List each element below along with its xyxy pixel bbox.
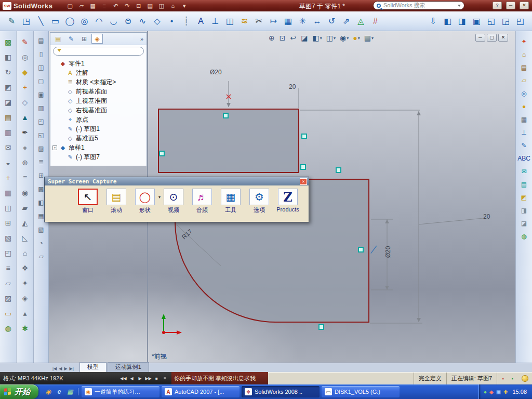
tree-filter-box[interactable]	[53, 47, 144, 56]
tool-icon[interactable]: +	[19, 82, 31, 93]
tool-icon[interactable]: ❖	[19, 262, 31, 274]
measure-icon[interactable]: ◍	[518, 231, 530, 242]
view-orientation-icon[interactable]: ◧▾	[311, 33, 323, 43]
note-icon[interactable]: ✉	[518, 166, 530, 177]
tool-icon[interactable]: ◔	[36, 238, 46, 248]
rotate-entities-icon[interactable]: ↺	[325, 14, 338, 28]
sketch-relation-marker[interactable]	[336, 167, 341, 173]
tool-icon[interactable]: ✒	[19, 127, 31, 138]
configurationmanager-tab[interactable]: ⊞	[78, 34, 90, 44]
view-palette-icon[interactable]: ▦	[518, 114, 530, 125]
capture-shape-button[interactable]: ◯ ▾ 形状	[132, 189, 158, 214]
last-tab-arrow[interactable]: ▶|	[69, 366, 74, 371]
sketch-tool-icon[interactable]: ✎	[5, 14, 18, 28]
tree-item-annotations[interactable]: A 注解	[51, 68, 145, 77]
tool-icon[interactable]: ◒	[3, 157, 14, 168]
tool-icon[interactable]: ▧	[36, 224, 46, 235]
tree-item-origin[interactable]: ⌖ 原点	[51, 115, 145, 124]
expand-icon[interactable]: +	[52, 145, 57, 150]
mirror-entities-icon[interactable]: ◫	[223, 14, 236, 28]
tool-icon[interactable]: +	[3, 172, 14, 183]
minimize-document-button[interactable]: ─	[475, 34, 485, 42]
previous-icon[interactable]: ◀	[128, 376, 135, 381]
rectangle-tool-icon[interactable]: ▭	[49, 14, 62, 28]
zoom-fit-icon[interactable]: ⊕	[267, 33, 277, 43]
previous-view-icon[interactable]: ↩	[288, 33, 298, 43]
playlist-icon[interactable]: ≡	[162, 376, 168, 381]
media-player-icon[interactable]: ◉	[44, 388, 52, 395]
sketch-relation-marker[interactable]	[159, 151, 165, 156]
play-icon[interactable]: ▶	[137, 376, 143, 381]
centerpoint-arc-icon[interactable]: ◠	[92, 14, 105, 28]
chevron-right-icon[interactable]: »	[140, 36, 144, 42]
undo-icon[interactable]: ↶	[112, 3, 119, 9]
tree-item-plane5[interactable]: ◇ 基准面5	[51, 134, 145, 143]
dimension-label[interactable]: 20	[483, 213, 490, 220]
point-tool-icon[interactable]: •	[165, 14, 178, 28]
appearance-icon[interactable]: ●▾	[351, 33, 361, 43]
file-explorer-icon[interactable]: ▱	[518, 75, 530, 86]
close-button[interactable]: ✕	[520, 2, 529, 9]
tool-icon[interactable]: ◺	[19, 232, 31, 244]
design-library-icon[interactable]: ▤	[518, 62, 530, 73]
circle-tool-icon[interactable]: ◯	[63, 14, 76, 28]
linear-pattern-icon[interactable]: ▦	[282, 14, 295, 28]
show-desktop-icon[interactable]: ▦	[66, 388, 74, 395]
sketch-relation-marker[interactable]	[223, 113, 229, 118]
offset-entities-icon[interactable]: ≋	[238, 14, 251, 28]
tool-icon[interactable]: ▴	[19, 308, 31, 319]
extend-entities-icon[interactable]: ↦	[267, 14, 280, 28]
help-button[interactable]: ?	[493, 2, 502, 9]
scale-entities-icon[interactable]: ⇗	[340, 14, 353, 28]
polygon-tool-icon[interactable]: ◇	[151, 14, 164, 28]
resources-icon[interactable]: ✦	[518, 36, 530, 47]
tool-icon[interactable]: ◩	[3, 82, 14, 93]
new-document-icon[interactable]: ▢	[66, 3, 74, 9]
taskbar-item-solidworks[interactable]: ❖ SolidWorks 2008 ..	[242, 386, 320, 397]
circular-pattern-icon[interactable]: ✳	[296, 14, 309, 28]
options-icon[interactable]: ◫	[157, 3, 165, 9]
tool-icon[interactable]: ▤	[36, 35, 46, 46]
tray-green-icon[interactable]: ●	[484, 389, 487, 395]
search-pane-icon[interactable]: ◎	[518, 88, 530, 99]
tool-icon[interactable]: ◧	[3, 51, 14, 63]
section-icon[interactable]: ◩	[518, 192, 530, 203]
home-icon[interactable]: ⌂	[518, 49, 530, 60]
tool-icon[interactable]: ▰	[19, 202, 31, 214]
tool-icon[interactable]: ▨	[3, 292, 14, 304]
tool-icon[interactable]: ▦	[3, 187, 14, 198]
convert-entities-icon[interactable]: ⊥	[209, 14, 222, 28]
tree-item-sketch7[interactable]: ✎ (-) 草图7	[51, 152, 145, 162]
insert-icon[interactable]: ⇩	[427, 14, 440, 28]
capture-tools-button[interactable]: ▦ 工具	[218, 189, 244, 214]
propertymanager-tab[interactable]: ✎	[65, 34, 77, 44]
expand-icon[interactable]	[60, 71, 64, 75]
tool-icon[interactable]: ▨	[36, 143, 46, 154]
redo-icon[interactable]: ↷	[123, 3, 131, 9]
3d-sketch-icon[interactable]: ◳	[20, 14, 33, 28]
tool-icon[interactable]: ●	[19, 142, 31, 153]
dimension-label[interactable]: Ø20	[210, 69, 222, 76]
first-tab-arrow[interactable]: |◀	[52, 366, 57, 371]
sketch-relation-marker[interactable]	[300, 164, 306, 170]
tool-icon[interactable]: ▧	[3, 232, 14, 244]
display-style-icon[interactable]: ◨	[518, 205, 530, 216]
sketch-relation-marker[interactable]	[318, 324, 324, 330]
chevron-down-icon[interactable]	[458, 5, 461, 8]
close-icon[interactable]: ✕	[300, 178, 307, 185]
start-button[interactable]: 开始	[0, 384, 38, 399]
save-icon[interactable]: ▦	[89, 3, 97, 9]
new-window-icon[interactable]: ▣	[470, 14, 483, 28]
filter-input[interactable]	[64, 48, 140, 55]
dimxpert-tab[interactable]: ◈	[91, 34, 103, 44]
open-icon[interactable]: ▱	[77, 3, 85, 9]
tool-icon[interactable]: ◰	[36, 116, 46, 127]
tab-model[interactable]: 模型	[79, 362, 107, 372]
next-tab-arrow[interactable]: ▶	[63, 366, 68, 371]
minimize-button[interactable]: ─	[506, 2, 515, 9]
expand-icon[interactable]	[60, 80, 64, 85]
hide-show-icon[interactable]: ◉▾	[338, 33, 350, 43]
menu-expand-icon[interactable]: ▾	[180, 3, 188, 9]
tool-icon[interactable]: ▥	[3, 127, 14, 138]
tool-icon[interactable]: ◪	[3, 97, 14, 108]
